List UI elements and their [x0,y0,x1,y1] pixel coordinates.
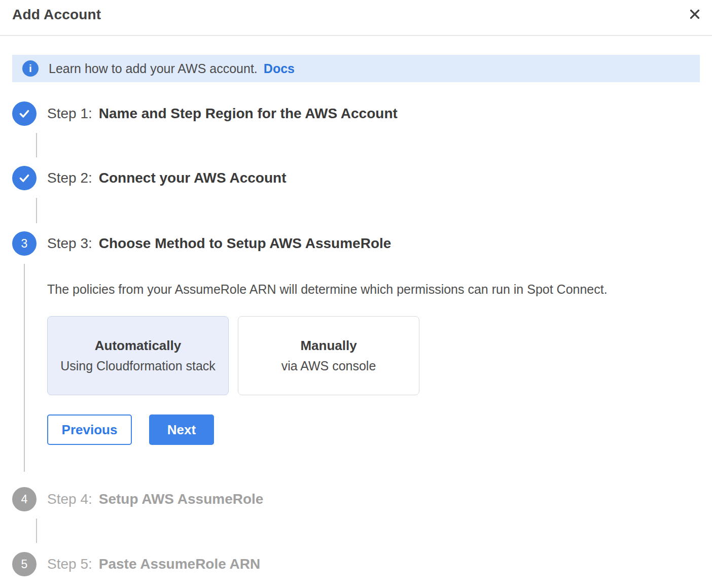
option-title: Automatically [95,338,182,354]
step-3-prefix: Step 3: [47,235,92,251]
step-1-title: Name and Step Region for the AWS Account [99,106,398,121]
info-banner: i Learn how to add your AWS account. Doc… [12,55,700,82]
option-title: Manually [300,338,357,354]
option-subtitle: Using Cloudformation stack [60,359,216,373]
option-subtitle: via AWS console [281,359,376,373]
step-4-label: Step 4:Setup AWS AssumeRole [47,491,263,507]
step-2-prefix: Step 2: [47,170,92,186]
step-4-prefix: Step 4: [47,491,92,507]
check-icon [18,107,31,120]
step-row-1: Step 1:Name and Step Region for the AWS … [12,101,712,126]
option-card-automatically[interactable]: Automatically Using Cloudformation stack [47,316,229,395]
step-5-number-badge: 5 [12,552,37,576]
modal-header: Add Account [0,0,712,36]
connector-line [24,264,25,472]
step-3-body: The policies from your AssumeRole ARN wi… [12,256,712,487]
step-1-complete-badge [12,101,37,126]
next-button[interactable]: Next [149,414,214,445]
step-5-number: 5 [21,558,28,571]
wizard-buttons: Previous Next [47,414,608,445]
option-card-manually[interactable]: Manually via AWS console [238,316,419,395]
previous-button[interactable]: Previous [47,414,132,445]
step-3-content: The policies from your AssumeRole ARN wi… [47,256,608,487]
step-5-label: Step 5:Paste AssumeRole ARN [47,556,260,572]
method-option-cards: Automatically Using Cloudformation stack… [47,316,608,395]
info-icon: i [22,60,39,77]
step-5-prefix: Step 5: [47,556,92,572]
step-3-title: Choose Method to Setup AWS AssumeRole [99,235,391,251]
step-5-title: Paste AssumeRole ARN [99,556,260,572]
close-icon [687,7,702,22]
step-4-title: Setup AWS AssumeRole [99,491,264,507]
step-3-label: Step 3:Choose Method to Setup AWS Assume… [47,235,391,252]
stepper: Step 1:Name and Step Region for the AWS … [12,101,712,576]
page-title: Add Account [12,7,101,23]
step-3-description: The policies from your AssumeRole ARN wi… [47,282,608,297]
step-2-complete-badge [12,166,37,190]
step-3-number: 3 [21,237,28,251]
docs-link[interactable]: Docs [264,61,295,76]
step-4-number-badge: 4 [12,487,37,511]
step-2-label: Step 2:Connect your AWS Account [47,170,286,186]
connector-rail [12,256,37,487]
check-icon [18,171,31,185]
step-row-2: Step 2:Connect your AWS Account [12,166,712,190]
connector-line [36,198,37,223]
step-4-number: 4 [21,493,28,506]
step-1-label: Step 1:Name and Step Region for the AWS … [47,106,398,122]
step-row-5: 5 Step 5:Paste AssumeRole ARN [12,552,712,576]
step-3-number-badge: 3 [12,231,37,256]
step-row-4: 4 Step 4:Setup AWS AssumeRole [12,487,712,511]
step-2-title: Connect your AWS Account [99,170,287,186]
close-button[interactable] [685,4,705,24]
step-row-3: 3 Step 3:Choose Method to Setup AWS Assu… [12,231,712,256]
banner-text: Learn how to add your AWS account. [49,61,258,76]
step-1-prefix: Step 1: [47,106,92,121]
connector-line [36,133,37,157]
connector-line [36,518,37,543]
